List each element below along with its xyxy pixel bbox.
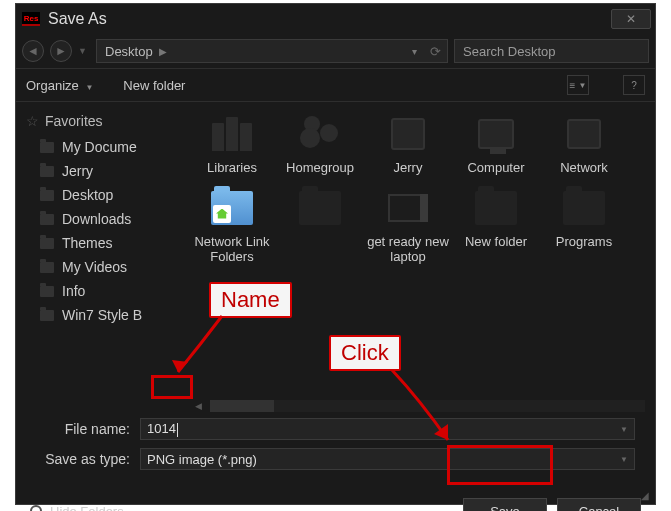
breadcrumb-sep-icon: ▶ — [159, 46, 167, 57]
save-button[interactable]: Save — [463, 498, 547, 511]
sidebar-item-desktop[interactable]: Desktop — [26, 183, 184, 207]
nav-history-dropdown[interactable]: ▼ — [78, 44, 90, 58]
chevron-down-icon: ▼ — [85, 83, 93, 92]
scroll-track[interactable] — [210, 400, 645, 412]
sidebar-item-jerry[interactable]: Jerry — [26, 159, 184, 183]
file-item-new-folder[interactable]: New folder — [452, 182, 540, 271]
sidebar: ☆ Favorites My Docume Jerry Desktop Down… — [16, 102, 184, 398]
libraries-icon — [208, 112, 256, 156]
search-placeholder: Search Desktop — [463, 44, 556, 59]
bluefolder-icon — [208, 186, 256, 230]
toolbar: Organize ▼ New folder ≡ ▼ ? — [16, 68, 655, 102]
homegroup-icon — [296, 112, 344, 156]
sidebar-item-themes[interactable]: Themes — [26, 231, 184, 255]
breadcrumb[interactable]: Desktop ▶ ▾ ⟳ — [96, 39, 448, 63]
folder-icon — [40, 142, 54, 153]
laptop-icon — [384, 186, 432, 230]
computer-icon — [472, 112, 520, 156]
view-options-button[interactable]: ≡ ▼ — [567, 75, 589, 95]
help-button[interactable]: ? — [623, 75, 645, 95]
search-input[interactable]: Search Desktop — [454, 39, 649, 63]
breadcrumb-dropdown-icon[interactable]: ▾ — [412, 46, 417, 57]
horizontal-scrollbar[interactable]: ◀ — [16, 398, 655, 414]
file-item-jerry[interactable]: Jerry — [364, 108, 452, 182]
folder-icon — [40, 310, 54, 321]
nav-bar: ◄ ► ▼ Desktop ▶ ▾ ⟳ Search Desktop — [16, 34, 655, 68]
app-icon: Res — [22, 12, 40, 26]
folder-icon — [40, 166, 54, 177]
breadcrumb-location[interactable]: Desktop — [105, 44, 153, 59]
savetype-select[interactable]: PNG image (*.png) ▼ — [140, 448, 635, 470]
filename-label: File name: — [22, 421, 140, 437]
folder-icon — [40, 190, 54, 201]
file-item-homegroup[interactable]: Homegroup — [276, 108, 364, 182]
savetype-label: Save as type: — [22, 451, 140, 467]
filename-input[interactable]: 1014 ▼ — [140, 418, 635, 440]
folder-icon — [40, 238, 54, 249]
folder-icon — [40, 286, 54, 297]
sidebar-item-info[interactable]: Info — [26, 279, 184, 303]
titlebar: Res Save As ✕ — [16, 4, 655, 34]
folder-icon — [40, 262, 54, 273]
scroll-thumb[interactable] — [210, 400, 274, 412]
close-button[interactable]: ✕ — [611, 9, 651, 29]
sidebar-item-my-documents[interactable]: My Docume — [26, 135, 184, 159]
refresh-icon[interactable]: ⟳ — [423, 44, 447, 59]
star-icon: ☆ — [26, 113, 39, 129]
hide-folders-toggle[interactable]: Hide Folders — [30, 504, 124, 512]
scroll-left-icon[interactable]: ◀ — [191, 400, 205, 412]
file-item-libraries[interactable]: Libraries — [188, 108, 276, 182]
file-list[interactable]: Libraries Homegroup Jerry Computer Netwo… — [184, 102, 655, 398]
chevron-down-icon[interactable]: ▼ — [620, 425, 634, 434]
radio-icon — [30, 505, 42, 511]
file-item-network[interactable]: Network — [540, 108, 628, 182]
organize-menu[interactable]: Organize ▼ — [26, 78, 93, 93]
file-item-programs[interactable]: Programs — [540, 182, 628, 271]
file-item-folder-1[interactable] — [276, 182, 364, 271]
forward-button[interactable]: ► — [50, 40, 72, 62]
folder-icon — [296, 186, 344, 230]
favorites-header[interactable]: ☆ Favorites — [26, 110, 184, 135]
new-folder-button[interactable]: New folder — [123, 78, 185, 93]
folder-icon — [472, 186, 520, 230]
text-cursor — [177, 423, 178, 437]
file-item-network-link-folders[interactable]: Network Link Folders — [188, 182, 276, 271]
file-item-computer[interactable]: Computer — [452, 108, 540, 182]
dialog-footer: Hide Folders Save Cancel — [16, 486, 655, 511]
file-item-get-ready-new-laptop[interactable]: get ready new laptop — [364, 182, 452, 271]
sidebar-item-win7[interactable]: Win7 Style B — [26, 303, 184, 327]
network-icon — [560, 112, 608, 156]
back-button[interactable]: ◄ — [22, 40, 44, 62]
chevron-down-icon[interactable]: ▼ — [620, 455, 634, 464]
window-title: Save As — [48, 10, 611, 28]
sidebar-item-my-videos[interactable]: My Videos — [26, 255, 184, 279]
folder-icon — [40, 214, 54, 225]
save-as-dialog: Res Save As ✕ ◄ ► ▼ Desktop ▶ ▾ ⟳ Search… — [15, 3, 656, 505]
user-icon — [384, 112, 432, 156]
resize-grip-icon[interactable]: ◢ — [641, 490, 651, 500]
folder-icon — [560, 186, 608, 230]
cancel-button[interactable]: Cancel — [557, 498, 641, 511]
sidebar-item-downloads[interactable]: Downloads — [26, 207, 184, 231]
